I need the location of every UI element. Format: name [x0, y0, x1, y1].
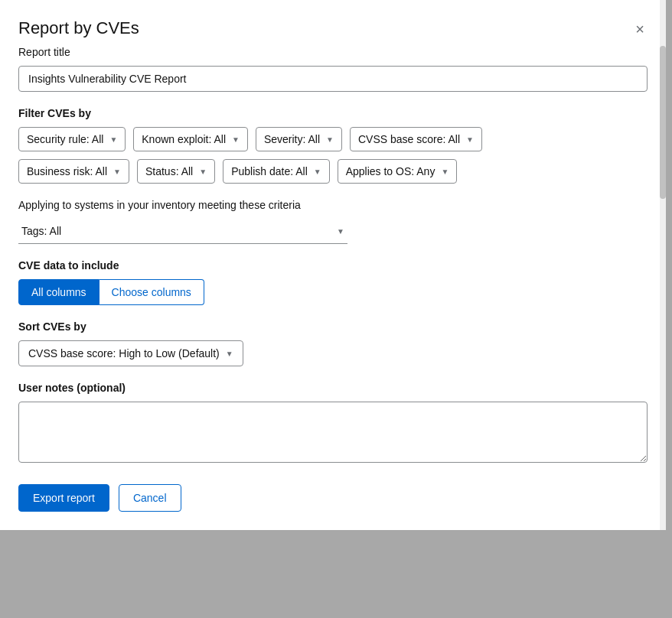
sort-dropdown[interactable]: CVSS base score: High to Low (Default) ▼	[18, 340, 243, 366]
filter-business-risk-label: Business risk: All	[27, 165, 107, 177]
filter-cvss-base-score[interactable]: CVSS base score: All ▼	[350, 127, 482, 151]
filter-publish-date-label: Publish date: All	[231, 165, 308, 177]
cve-data-label: CVE data to include	[18, 259, 648, 272]
tags-dropdown[interactable]: Tags: All ▼	[18, 219, 347, 244]
filter-status-label: Status: All	[145, 165, 193, 177]
report-title-input[interactable]	[18, 66, 648, 92]
chevron-down-icon: ▼	[109, 135, 117, 144]
filter-security-rule-label: Security rule: All	[27, 133, 103, 145]
filter-known-exploit[interactable]: Known exploit: All ▼	[133, 127, 248, 151]
scrollbar-thumb[interactable]	[660, 46, 666, 199]
chevron-down-icon: ▼	[326, 135, 334, 144]
cve-columns-toggle-group: All columns Choose columns	[18, 279, 648, 305]
chevron-down-icon: ▼	[232, 135, 240, 144]
all-columns-button[interactable]: All columns	[18, 279, 99, 305]
sort-label: Sort CVEs by	[18, 320, 648, 333]
filter-status[interactable]: Status: All ▼	[137, 159, 215, 184]
filter-business-risk[interactable]: Business risk: All ▼	[18, 159, 129, 184]
filter-label: Filter CVEs by	[18, 107, 648, 119]
export-report-button[interactable]: Export report	[18, 484, 109, 512]
action-row: Export report Cancel	[18, 484, 648, 512]
filter-row-1: Security rule: All ▼ Known exploit: All …	[18, 127, 648, 151]
sort-section: Sort CVEs by CVSS base score: High to Lo…	[18, 320, 648, 366]
chevron-down-icon: ▼	[314, 168, 321, 176]
filter-row-2: Business risk: All ▼ Status: All ▼ Publi…	[18, 159, 648, 184]
filter-applies-to-os-label: Applies to OS: Any	[346, 165, 435, 177]
report-title-section: Report title	[18, 46, 648, 107]
cve-data-section: CVE data to include All columns Choose c…	[18, 259, 648, 305]
filter-applies-to-os[interactable]: Applies to OS: Any ▼	[338, 159, 458, 184]
applying-section: Applying to systems in your inventory me…	[18, 199, 648, 244]
filter-security-rule[interactable]: Security rule: All ▼	[18, 127, 126, 151]
filter-section: Filter CVEs by Security rule: All ▼ Know…	[18, 107, 648, 184]
filter-severity-label: Severity: All	[264, 133, 320, 145]
chevron-down-icon: ▼	[466, 135, 474, 144]
user-notes-textarea[interactable]	[18, 402, 648, 463]
filter-cvss-base-score-label: CVSS base score: All	[358, 133, 460, 145]
choose-columns-button[interactable]: Choose columns	[99, 279, 204, 305]
modal-header: Report by CVEs ×	[18, 18, 648, 40]
close-button[interactable]: ×	[632, 18, 648, 40]
chevron-down-icon: ▼	[441, 168, 449, 176]
modal-container: Report by CVEs × Report title Filter CVE…	[0, 0, 666, 530]
chevron-down-icon: ▼	[226, 350, 233, 358]
applying-label: Applying to systems in your inventory me…	[18, 199, 648, 211]
sort-dropdown-label: CVSS base score: High to Low (Default)	[28, 347, 220, 359]
user-notes-section: User notes (optional)	[18, 382, 648, 466]
chevron-down-icon: ▼	[199, 168, 207, 176]
cancel-button[interactable]: Cancel	[119, 484, 181, 512]
scrollbar-track	[660, 0, 666, 530]
modal-overlay: Report by CVEs × Report title Filter CVE…	[0, 0, 672, 618]
user-notes-label: User notes (optional)	[18, 382, 648, 394]
report-title-label: Report title	[18, 46, 648, 58]
modal-title: Report by CVEs	[18, 18, 139, 38]
tags-dropdown-label: Tags: All	[21, 225, 61, 237]
filter-publish-date[interactable]: Publish date: All ▼	[223, 159, 330, 184]
filter-known-exploit-label: Known exploit: All	[142, 133, 226, 145]
chevron-down-icon: ▼	[337, 227, 344, 236]
filter-severity[interactable]: Severity: All ▼	[256, 127, 342, 151]
chevron-down-icon: ▼	[113, 168, 121, 176]
